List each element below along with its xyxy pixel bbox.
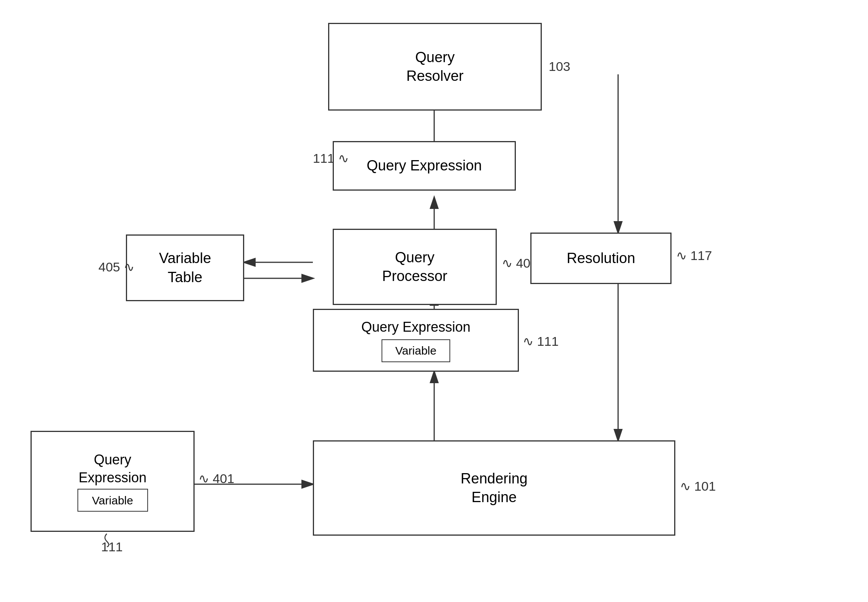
query-resolver-label: QueryResolver [406, 48, 464, 86]
diagram: QueryResolver 103 Query Expression 111 ∿… [0, 0, 868, 602]
query-expression-bottom-box: QueryExpression Variable [31, 431, 195, 532]
query-expression-top-box: Query Expression [333, 141, 516, 191]
rendering-engine-box: RenderingEngine [313, 440, 675, 536]
ref-111-middle: ∿ 111 [523, 334, 559, 349]
query-processor-label: QueryProcessor [382, 248, 447, 286]
query-resolver-box: QueryResolver [328, 23, 542, 111]
ref-401: ∿ 401 [198, 471, 234, 486]
query-expression-bottom-label: QueryExpression [79, 451, 147, 487]
query-expression-variable-label: Query Expression [361, 318, 470, 336]
ref-117: ∿ 117 [676, 248, 712, 263]
ref-111-top: 111 ∿ [313, 151, 349, 166]
resolution-box: Resolution [530, 233, 672, 284]
query-processor-box: QueryProcessor [333, 229, 497, 305]
variable-table-label: VariableTable [159, 249, 211, 287]
variable-table-box: VariableTable [126, 234, 244, 301]
squiggle-111-bottom [95, 532, 118, 547]
ref-101: ∿ 101 [680, 478, 716, 494]
variable-inner-box: Variable [382, 339, 450, 362]
query-expression-top-label: Query Expression [367, 156, 482, 175]
ref-103: 103 [549, 59, 570, 74]
query-expression-variable-box: Query Expression Variable [313, 309, 519, 372]
resolution-label: Resolution [567, 249, 635, 268]
rendering-engine-label: RenderingEngine [461, 469, 527, 507]
ref-405: 405 ∿ [98, 259, 134, 275]
variable-bottom-inner-box: Variable [77, 489, 148, 512]
